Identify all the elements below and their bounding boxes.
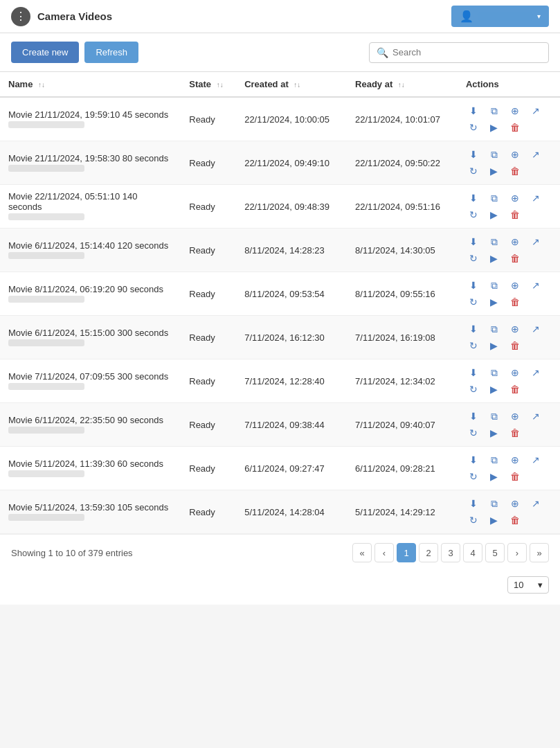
download-icon[interactable]: ⬇: [466, 147, 481, 162]
page-3-button[interactable]: 3: [441, 543, 460, 562]
play-icon[interactable]: ▶: [487, 120, 502, 135]
play-icon[interactable]: ▶: [487, 513, 502, 528]
refresh-item-icon[interactable]: ↻: [466, 207, 481, 222]
action-row-bottom: ↻ ▶ 🗑: [466, 513, 552, 528]
pagination: Showing 1 to 10 of 379 entries « ‹ 1 2 3…: [0, 534, 560, 571]
add-circle-icon[interactable]: ⊕: [507, 278, 523, 293]
page-4-button[interactable]: 4: [463, 543, 482, 562]
search-input[interactable]: [392, 47, 541, 57]
download-icon[interactable]: ⬇: [466, 321, 481, 337]
add-circle-icon[interactable]: ⊕: [507, 452, 523, 467]
share-icon[interactable]: ↗: [528, 496, 543, 511]
add-circle-icon[interactable]: ⊕: [507, 496, 523, 511]
col-header-name[interactable]: Name ↑↓: [0, 72, 181, 97]
refresh-button[interactable]: Refresh: [84, 42, 138, 63]
per-page-select[interactable]: 10 ▾: [507, 576, 549, 594]
play-icon[interactable]: ▶: [487, 207, 502, 222]
share-icon[interactable]: ↗: [528, 103, 543, 118]
play-icon[interactable]: ▶: [487, 251, 502, 266]
delete-icon[interactable]: 🗑: [507, 338, 523, 353]
share-icon[interactable]: ↗: [528, 278, 543, 293]
page-2-button[interactable]: 2: [419, 543, 438, 562]
refresh-item-icon[interactable]: ↻: [466, 251, 481, 266]
add-circle-icon[interactable]: ⊕: [507, 234, 523, 249]
delete-icon[interactable]: 🗑: [507, 120, 523, 135]
row-name-text: Movie 5/11/2024, 11:39:30 60 seconds: [8, 458, 172, 469]
play-icon[interactable]: ▶: [487, 469, 502, 484]
copy-icon[interactable]: ⧉: [487, 409, 502, 424]
per-page-row: 10 ▾: [0, 571, 560, 605]
add-circle-icon[interactable]: ⊕: [507, 321, 523, 337]
copy-icon[interactable]: ⧉: [487, 234, 502, 249]
play-icon[interactable]: ▶: [487, 294, 502, 310]
delete-icon[interactable]: 🗑: [507, 251, 523, 266]
play-icon[interactable]: ▶: [487, 338, 502, 353]
copy-icon[interactable]: ⧉: [487, 321, 502, 337]
copy-icon[interactable]: ⧉: [487, 365, 502, 380]
share-icon[interactable]: ↗: [528, 409, 543, 424]
copy-icon[interactable]: ⧉: [487, 278, 502, 293]
table-row: Movie 5/11/2024, 11:39:30 60 secondsRead…: [0, 447, 560, 490]
download-icon[interactable]: ⬇: [466, 103, 481, 118]
refresh-item-icon[interactable]: ↻: [466, 120, 481, 135]
refresh-item-icon[interactable]: ↻: [466, 469, 481, 484]
last-page-button[interactable]: »: [530, 543, 549, 562]
cell-created-at: 8/11/2024, 14:28:23: [236, 229, 347, 272]
share-icon[interactable]: ↗: [528, 321, 543, 337]
download-icon[interactable]: ⬇: [466, 365, 481, 380]
delete-icon[interactable]: 🗑: [507, 425, 523, 440]
play-icon[interactable]: ▶: [487, 382, 502, 397]
download-icon[interactable]: ⬇: [466, 190, 481, 206]
play-icon[interactable]: ▶: [487, 425, 502, 440]
create-new-button[interactable]: Create new: [11, 42, 79, 63]
cell-name: Movie 6/11/2024, 15:14:40 120 seconds: [0, 229, 181, 272]
col-header-ready-at[interactable]: Ready at ↑↓: [347, 72, 458, 97]
delete-icon[interactable]: 🗑: [507, 207, 523, 222]
download-icon[interactable]: ⬇: [466, 234, 481, 249]
action-row-bottom: ↻ ▶ 🗑: [466, 120, 552, 135]
user-button[interactable]: 👤 ▾: [451, 6, 549, 27]
menu-icon[interactable]: ⋮: [11, 7, 30, 26]
refresh-item-icon[interactable]: ↻: [466, 294, 481, 310]
delete-icon[interactable]: 🗑: [507, 513, 523, 528]
col-header-created-at[interactable]: Created at ↑↓: [236, 72, 347, 97]
download-icon[interactable]: ⬇: [466, 278, 481, 293]
refresh-item-icon[interactable]: ↻: [466, 513, 481, 528]
add-circle-icon[interactable]: ⊕: [507, 190, 523, 206]
sort-icon-created: ↑↓: [293, 81, 300, 89]
delete-icon[interactable]: 🗑: [507, 294, 523, 310]
prev-page-button[interactable]: ‹: [374, 543, 394, 562]
refresh-item-icon[interactable]: ↻: [466, 425, 481, 440]
refresh-item-icon[interactable]: ↻: [466, 382, 481, 397]
copy-icon[interactable]: ⧉: [487, 496, 502, 511]
next-page-button[interactable]: ›: [507, 543, 527, 562]
delete-icon[interactable]: 🗑: [507, 469, 523, 484]
copy-icon[interactable]: ⧉: [487, 147, 502, 162]
share-icon[interactable]: ↗: [528, 365, 543, 380]
col-header-state[interactable]: State ↑↓: [181, 72, 236, 97]
copy-icon[interactable]: ⧉: [487, 452, 502, 467]
play-icon[interactable]: ▶: [487, 163, 502, 179]
add-circle-icon[interactable]: ⊕: [507, 103, 523, 118]
download-icon[interactable]: ⬇: [466, 452, 481, 467]
delete-icon[interactable]: 🗑: [507, 382, 523, 397]
share-icon[interactable]: ↗: [528, 147, 543, 162]
cell-created-at: 5/11/2024, 14:28:04: [236, 490, 347, 534]
page-5-button[interactable]: 5: [485, 543, 505, 562]
page-1-button[interactable]: 1: [397, 543, 416, 562]
download-icon[interactable]: ⬇: [466, 496, 481, 511]
download-icon[interactable]: ⬇: [466, 409, 481, 424]
state-badge: Ready: [189, 158, 215, 168]
add-circle-icon[interactable]: ⊕: [507, 147, 523, 162]
share-icon[interactable]: ↗: [528, 452, 543, 467]
copy-icon[interactable]: ⧉: [487, 190, 502, 206]
refresh-item-icon[interactable]: ↻: [466, 338, 481, 353]
share-icon[interactable]: ↗: [528, 234, 543, 249]
share-icon[interactable]: ↗: [528, 190, 543, 206]
add-circle-icon[interactable]: ⊕: [507, 365, 523, 380]
add-circle-icon[interactable]: ⊕: [507, 409, 523, 424]
delete-icon[interactable]: 🗑: [507, 163, 523, 179]
refresh-item-icon[interactable]: ↻: [466, 163, 481, 179]
first-page-button[interactable]: «: [352, 543, 372, 562]
copy-icon[interactable]: ⧉: [487, 103, 502, 118]
